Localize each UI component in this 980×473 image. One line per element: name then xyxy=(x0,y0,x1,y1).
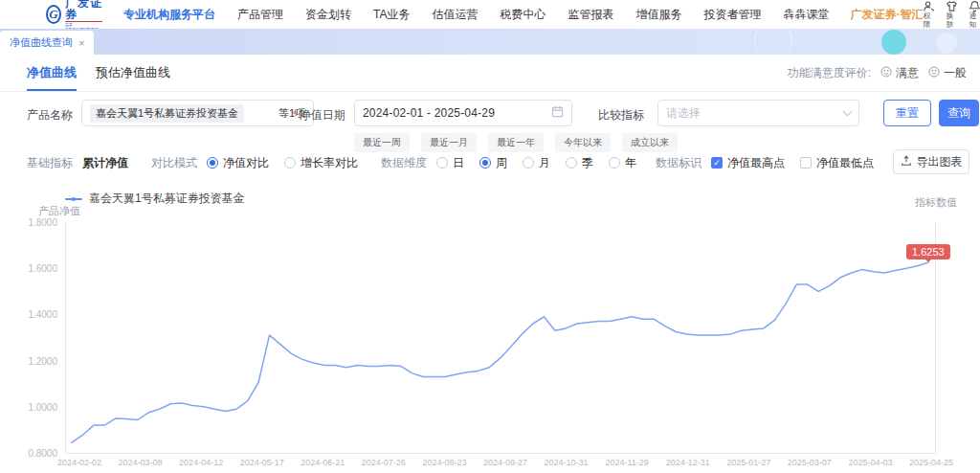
nav-item[interactable]: 投资者管理 xyxy=(703,7,761,23)
top-navbar: G 广发证券 GF SECURITIES 专业机构服务平台产品管理资金划转TA业… xyxy=(0,0,980,29)
compare-mode-option-label: 增长率对比 xyxy=(301,155,358,171)
checkbox-icon[interactable]: ✓ xyxy=(711,157,723,169)
decorative-circle-teal xyxy=(881,30,906,55)
radio-icon[interactable] xyxy=(566,157,577,169)
radio-icon[interactable] xyxy=(436,157,448,169)
data-dimension-option-label: 季 xyxy=(582,155,593,171)
data-dimension-option[interactable]: 月 xyxy=(523,155,550,171)
y-tick-label: 1.0000 xyxy=(0,402,57,413)
base-indicator-value: 累计净值 xyxy=(82,155,128,171)
x-tick-label: 2024-02-02 xyxy=(46,458,113,467)
x-axis-line xyxy=(65,453,935,454)
satisfaction-rating: 功能满意度评价: 满意 一般 xyxy=(788,55,967,91)
export-chart-button[interactable]: 导出图表 xyxy=(893,149,969,174)
x-tick-label: 2024-12-31 xyxy=(655,458,722,467)
gf-logo-icon: G xyxy=(46,5,61,24)
quick-range-chip[interactable]: 最近一周 xyxy=(354,133,410,152)
quick-range-chip[interactable]: 成立以来 xyxy=(622,133,678,152)
nav-item[interactable]: 产品管理 xyxy=(237,7,283,23)
data-dimension-label: 数据维度 xyxy=(381,155,427,171)
quick-range-chip[interactable]: 最近一年 xyxy=(488,133,544,152)
notifications-button[interactable]: 通知 xyxy=(969,0,980,29)
x-tick-label: 2025-03-07 xyxy=(776,458,843,467)
legend-item-fund[interactable]: 嘉会天翼1号私募证券投资基金 xyxy=(65,191,245,207)
base-indicator-label: 基础指标 xyxy=(27,155,73,171)
rating-option-satisfied[interactable]: 满意 xyxy=(880,65,919,81)
permissions-button[interactable]: 权限 xyxy=(923,0,935,29)
checkbox-icon[interactable] xyxy=(800,157,812,169)
window-tab-netvalue-query[interactable]: 净值曲线查询 × xyxy=(0,31,94,55)
filter-row: 基础指标 累计净值 对比模式 净值对比增长率对比 数据维度 日周月季年 数据标识… xyxy=(27,153,889,172)
nav-item[interactable]: 犇犇课堂 xyxy=(783,7,829,23)
y-tick-label: 1.6000 xyxy=(0,263,57,274)
brand-name: 广发证券 xyxy=(65,0,102,22)
nav-item[interactable]: 专业机构服务平台 xyxy=(123,7,215,23)
y-tick-label: 1.4000 xyxy=(0,309,57,320)
right-axis-title: 指标数值 xyxy=(900,195,957,210)
decorative-circle xyxy=(754,29,792,55)
x-tick-label: 2024-07-26 xyxy=(350,458,417,467)
close-icon[interactable]: × xyxy=(78,37,84,49)
data-dimension-option[interactable]: 周 xyxy=(479,155,507,171)
left-axis-title: 产品净值 xyxy=(38,204,80,218)
nav-item[interactable]: 资金划转 xyxy=(305,7,351,23)
product-name-input[interactable]: 嘉会天翼1号私募证券投资基金 等1项 xyxy=(81,100,314,126)
bell-icon xyxy=(969,0,980,12)
netvalue-line-chart xyxy=(65,222,935,453)
product-tag[interactable]: 嘉会天翼1号私募证券投资基金 xyxy=(90,104,244,123)
data-dimension-option[interactable]: 季 xyxy=(566,155,593,171)
radio-icon[interactable] xyxy=(479,157,491,169)
chevron-down-icon xyxy=(843,107,853,117)
subtab[interactable]: 净值曲线 xyxy=(27,55,77,91)
x-tick-label: 2024-08-23 xyxy=(411,458,478,467)
nav-menu: 专业机构服务平台产品管理资金划转TA业务估值运营税费中心监管报表增值服务投资者管… xyxy=(123,7,829,23)
x-tick-label: 2025-04-25 xyxy=(898,458,965,467)
nav-item[interactable]: 增值服务 xyxy=(635,7,681,23)
reset-button[interactable]: 重置 xyxy=(883,100,931,126)
data-mark-option[interactable]: 净值最低点 xyxy=(800,155,874,171)
smiley-icon xyxy=(880,66,892,80)
compare-mode-option[interactable]: 增长率对比 xyxy=(284,155,358,171)
x-tick-label: 2024-04-12 xyxy=(167,458,234,467)
user-key-icon xyxy=(923,0,935,12)
nav-item[interactable]: 监管报表 xyxy=(568,7,613,23)
x-tick-label: 2025-04-03 xyxy=(836,458,903,467)
radio-icon[interactable] xyxy=(609,157,620,169)
quick-range-chips: 最近一周最近一月最近一年今年以来成立以来 xyxy=(354,133,678,152)
compare-mode-options: 净值对比增长率对比 xyxy=(207,155,373,171)
subtab-row: 净值曲线预估净值曲线 功能满意度评价: 满意 一般 xyxy=(0,55,980,92)
date-range-value: 2024-02-01 - 2025-04-29 xyxy=(363,106,495,120)
subtab[interactable]: 预估净值曲线 xyxy=(96,55,170,91)
nav-item[interactable]: 税费中心 xyxy=(500,7,546,23)
nav-item[interactable]: TA业务 xyxy=(373,7,410,23)
select-placeholder: 请选择 xyxy=(666,105,701,122)
nav-item[interactable]: 估值运营 xyxy=(432,7,478,23)
x-tick-label: 2024-09-27 xyxy=(472,458,539,467)
compare-indicator-select[interactable]: 请选择 xyxy=(657,100,859,126)
neutral-face-icon xyxy=(928,66,940,80)
max-point-badge: 1.6253 xyxy=(906,244,950,259)
radio-icon[interactable] xyxy=(284,157,296,169)
legend-series-name: 嘉会天翼1号私募证券投资基金 xyxy=(89,191,245,207)
date-range-input[interactable]: 2024-02-01 - 2025-04-29 xyxy=(354,100,572,126)
search-button[interactable]: 查询 xyxy=(939,100,979,126)
radio-icon[interactable] xyxy=(207,157,218,169)
data-dimension-option-label: 年 xyxy=(625,155,636,171)
data-dimension-option[interactable]: 年 xyxy=(609,155,636,171)
nav-promo-link[interactable]: 广发证券·智汇 xyxy=(850,7,923,23)
rating-option-label: 满意 xyxy=(896,65,919,81)
data-dimension-options: 日周月季年 xyxy=(436,155,652,171)
rating-option-neutral[interactable]: 一般 xyxy=(928,65,967,81)
window-tab-label: 净值曲线查询 xyxy=(10,35,73,50)
quick-range-chip[interactable]: 最近一月 xyxy=(421,133,477,152)
compare-mode-option-label: 净值对比 xyxy=(223,155,269,171)
radio-icon[interactable] xyxy=(523,157,534,169)
permissions-label: 权限 xyxy=(923,12,935,30)
skin-button[interactable]: 换肤 xyxy=(946,0,958,29)
x-tick-label: 2025-01-27 xyxy=(715,458,782,467)
quick-range-chip[interactable]: 今年以来 xyxy=(555,133,611,152)
compare-mode-option[interactable]: 净值对比 xyxy=(207,155,269,171)
data-mark-option[interactable]: ✓净值最高点 xyxy=(711,155,785,171)
export-icon xyxy=(901,155,912,169)
data-dimension-option[interactable]: 日 xyxy=(436,155,464,171)
